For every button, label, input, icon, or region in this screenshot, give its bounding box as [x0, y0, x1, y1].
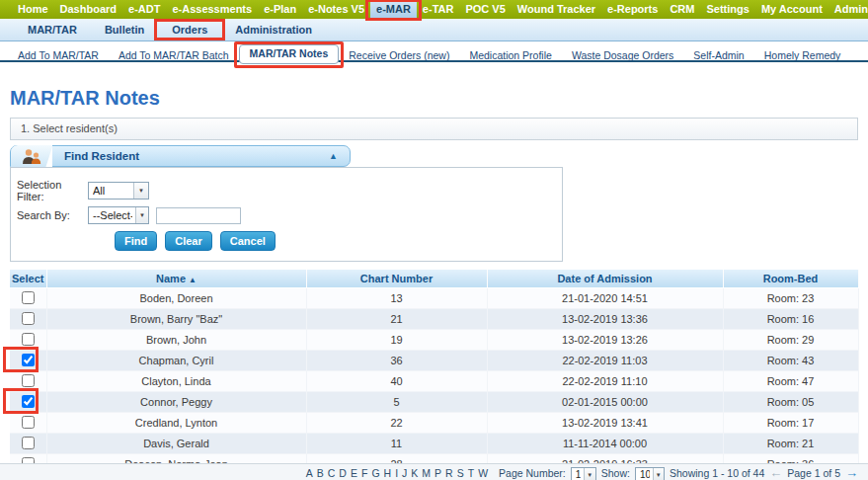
resident-name-cell: Chapman, Cyril [46, 350, 306, 370]
letter-link-r[interactable]: R [445, 467, 453, 479]
select-cell [10, 370, 46, 391]
second-nav-item-mar-tar[interactable]: MAR/TAR [14, 21, 91, 39]
search-input[interactable] [156, 207, 241, 224]
page-indicator: Page 1 of 5 [787, 467, 840, 479]
chart-number-cell: 40 [306, 370, 487, 391]
top-nav-item-my-account[interactable]: My Account [755, 0, 829, 19]
tab-self-admin[interactable]: Self-Admin [683, 47, 753, 64]
room-bed-cell: Room: 17 [723, 412, 858, 433]
select-resident-checkbox[interactable] [22, 333, 35, 346]
dropdown-arrow-icon: ▼ [584, 468, 595, 480]
top-nav-item-home[interactable]: Home [12, 0, 54, 19]
second-nav-item-administration[interactable]: Administration [221, 21, 326, 39]
letter-link-d[interactable]: D [339, 467, 347, 479]
col-header-chart-number[interactable]: Chart Number [306, 270, 487, 287]
top-nav-item-settings[interactable]: Settings [700, 0, 754, 19]
letter-link-e[interactable]: E [351, 467, 357, 479]
col-header-select[interactable]: Select [10, 270, 46, 287]
search-by-select[interactable]: --Select-- ▼ [88, 206, 149, 224]
top-nav-item-e-assessments[interactable]: e-Assessments [166, 0, 258, 19]
tab-medication-profile[interactable]: Medication Profile [459, 47, 561, 64]
table-row: Chapman, Cyril3622-02-2019 11:03Room: 43 [10, 350, 858, 370]
second-nav-item-orders[interactable]: Orders [158, 21, 221, 39]
top-nav-item-e-tar[interactable]: e-TAR [417, 0, 460, 19]
top-nav-item-e-plan[interactable]: e-Plan [258, 0, 302, 19]
resident-name-cell: Clayton, Linda [46, 370, 306, 391]
tab-mar-tar-notes[interactable]: MAR/TAR Notes [239, 44, 340, 64]
page-number-select[interactable]: 1 ▼ [571, 467, 596, 480]
select-resident-checkbox[interactable] [22, 416, 35, 429]
letter-link-j[interactable]: J [402, 467, 407, 479]
letter-link-p[interactable]: P [434, 467, 441, 479]
admission-date-cell: 13-02-2019 13:41 [487, 412, 723, 433]
select-cell [10, 308, 46, 329]
checkbox-wrap [22, 312, 35, 325]
letter-link-b[interactable]: B [317, 467, 324, 479]
letter-link-i[interactable]: I [395, 467, 398, 479]
checkbox-wrap [22, 333, 35, 346]
show-count-select[interactable]: 10 ▼ [635, 467, 665, 480]
letter-link-k[interactable]: K [411, 467, 418, 479]
letter-link-f[interactable]: F [361, 467, 367, 479]
step-header: 1. Select resident(s) [10, 118, 858, 140]
admission-date-cell: 13-02-2019 13:36 [487, 308, 723, 329]
page-title: MAR/TAR Notes [10, 87, 868, 110]
letter-link-m[interactable]: M [422, 467, 431, 479]
letter-link-s[interactable]: S [457, 467, 464, 479]
admission-date-cell: 21-01-2020 14:51 [487, 287, 723, 308]
select-resident-checkbox[interactable] [22, 395, 35, 408]
select-resident-checkbox[interactable] [22, 354, 35, 366]
top-nav-item-e-reports[interactable]: e-Reports [601, 0, 664, 19]
select-resident-checkbox[interactable] [22, 312, 35, 325]
col-header-room-bed[interactable]: Room-Bed [723, 270, 858, 287]
top-nav-item-e-adt[interactable]: e-ADT [122, 0, 166, 19]
letter-link-h[interactable]: H [384, 467, 392, 479]
module-tab-bar: Add To MAR/TARAdd To MAR/TAR BatchMAR/TA… [8, 45, 868, 65]
letter-link-c[interactable]: C [328, 467, 336, 479]
second-nav: MAR/TARBulletinOrdersAdministration [0, 19, 868, 41]
letter-link-w[interactable]: W [478, 467, 488, 479]
table-header-row: Select Name▲ Chart Number Date of Admiss… [10, 270, 858, 287]
col-header-name[interactable]: Name▲ [46, 270, 306, 287]
table-row: Credland, Lynton2213-02-2019 13:41Room: … [10, 412, 858, 433]
col-header-admission-date[interactable]: Date of Admission [487, 270, 723, 287]
select-cell [10, 350, 46, 370]
selection-filter-select[interactable]: All ▼ [88, 182, 149, 200]
tab-waste-dosage-orders[interactable]: Waste Dosage Orders [562, 47, 683, 64]
collapse-arrow-icon[interactable]: ▲ [329, 151, 350, 161]
top-nav-item-poc-v5[interactable]: POC V5 [459, 0, 511, 19]
top-nav-item-admin[interactable]: Admin [829, 0, 868, 19]
find-button[interactable]: Find [115, 231, 157, 251]
tab-homely-remedy[interactable]: Homely Remedy [754, 47, 851, 64]
next-page-icon[interactable]: → [845, 467, 858, 478]
tab-add-to-mar-tar[interactable]: Add To MAR/TAR [8, 47, 109, 64]
chart-number-cell: 21 [306, 308, 487, 329]
dropdown-arrow-icon: ▼ [135, 207, 148, 223]
checkbox-wrap [22, 374, 35, 387]
letter-link-g[interactable]: G [371, 467, 379, 479]
letter-link-a[interactable]: A [306, 467, 313, 479]
cancel-button[interactable]: Cancel [220, 231, 276, 251]
room-bed-cell: Room: 47 [723, 370, 858, 391]
tab-add-to-mar-tar-batch[interactable]: Add To MAR/TAR Batch [109, 47, 239, 64]
tab-receive-orders-new[interactable]: Receive Orders (new) [339, 47, 459, 64]
top-nav-item-crm[interactable]: CRM [664, 0, 700, 19]
prev-page-icon[interactable]: ← [769, 467, 782, 478]
top-nav-item-e-notes-v5[interactable]: e-Notes V5 [302, 0, 370, 19]
top-nav-item-dashboard[interactable]: Dashboard [54, 0, 122, 19]
top-nav-item-e-mar[interactable]: e-MAR [370, 0, 417, 19]
top-nav: HomeDashboarde-ADTe-Assessmentse-Plane-N… [0, 0, 868, 19]
alphabet-filter: ABCDEFGHIJKMPRSTW [306, 467, 488, 479]
select-resident-checkbox[interactable] [22, 437, 35, 449]
chart-number-cell: 11 [306, 433, 487, 453]
top-nav-item-wound-tracker[interactable]: Wound Tracker [512, 0, 601, 19]
select-cell [10, 329, 46, 350]
select-resident-checkbox[interactable] [22, 374, 35, 387]
select-resident-checkbox[interactable] [22, 291, 35, 304]
letter-link-t[interactable]: T [468, 467, 474, 479]
find-resident-header[interactable]: Find Resident ▲ [10, 145, 351, 167]
clear-button[interactable]: Clear [165, 231, 212, 251]
checkbox-wrap [22, 354, 35, 366]
second-nav-item-bulletin[interactable]: Bulletin [91, 21, 158, 39]
pagination-footer: ABCDEFGHIJKMPRSTW Page Number: 1 ▼ Show:… [0, 463, 868, 480]
